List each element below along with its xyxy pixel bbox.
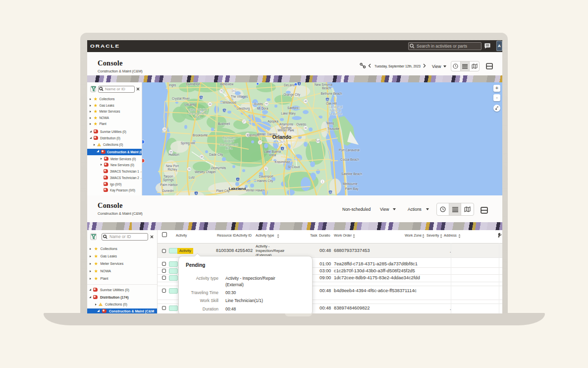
svg-text:Bethune Beach: Bethune Beach <box>321 92 342 95</box>
svg-text:Belleview: Belleview <box>220 82 234 86</box>
svg-text:98: 98 <box>200 156 203 158</box>
svg-text:Hudson: Hudson <box>168 153 179 156</box>
svg-text:Haines City: Haines City <box>257 179 273 183</box>
svg-text:Lecanto: Lecanto <box>185 103 196 106</box>
svg-text:St Cloud: St Cloud <box>288 165 300 169</box>
svg-text:417: 417 <box>280 141 284 143</box>
svg-text:44: 44 <box>265 103 268 105</box>
svg-text:Lake Buena: Lake Buena <box>264 150 281 153</box>
svg-text:Kissimmee: Kissimmee <box>275 160 290 164</box>
svg-text:DeLand: DeLand <box>284 83 295 87</box>
svg-text:Cocoa Beach: Cocoa Beach <box>340 158 359 161</box>
svg-text:Brooksville: Brooksville <box>193 133 208 137</box>
svg-text:Eustis: Eustis <box>254 102 263 106</box>
svg-text:Wildwood: Wildwood <box>222 101 236 104</box>
svg-text:Mims: Mims <box>326 122 334 125</box>
svg-text:Zephyrhills: Zephyrhills <box>211 166 226 170</box>
svg-text:46: 46 <box>304 100 307 103</box>
svg-text:Wildlife: Wildlife <box>224 139 234 143</box>
svg-text:Spring Hill: Spring Hill <box>181 141 195 145</box>
svg-text:Beach: Beach <box>322 86 331 90</box>
svg-text:301: 301 <box>232 90 236 92</box>
svg-text:Leesburg: Leesburg <box>237 107 250 111</box>
svg-text:Springs: Springs <box>163 178 173 182</box>
svg-text:Palm Harbor: Palm Harbor <box>160 183 177 186</box>
svg-text:Titusville: Titusville <box>327 127 340 130</box>
svg-text:Area: Area <box>225 146 232 150</box>
svg-text:39: 39 <box>188 168 191 171</box>
svg-text:44: 44 <box>209 103 212 106</box>
svg-text:Springs: Springs <box>281 126 291 130</box>
svg-text:Area: Area <box>194 115 201 119</box>
svg-text:Wesley Chapel: Wesley Chapel <box>195 170 215 174</box>
svg-text:Richey: Richey <box>167 168 177 172</box>
svg-text:Sanford: Sanford <box>287 106 299 110</box>
svg-text:27: 27 <box>243 121 246 123</box>
svg-text:Dade City: Dade City <box>209 153 223 157</box>
svg-text:Winter Haven: Winter Haven <box>246 188 265 192</box>
svg-text:17: 17 <box>259 141 262 144</box>
svg-text:Dunedin: Dunedin <box>162 189 174 192</box>
svg-text:Inglis: Inglis <box>169 83 176 87</box>
svg-text:Crystal River: Crystal River <box>172 97 190 101</box>
svg-text:Oak Hill: Oak Hill <box>326 102 337 105</box>
svg-text:Canaveral: Canaveral <box>328 105 343 109</box>
svg-text:Lakeland: Lakeland <box>229 186 246 191</box>
svg-text:95: 95 <box>326 99 329 101</box>
svg-text:75: 75 <box>223 110 226 112</box>
svg-text:19: 19 <box>163 128 166 131</box>
svg-text:Oviedo: Oviedo <box>296 123 306 126</box>
svg-text:National: National <box>329 109 341 112</box>
svg-text:Vista: Vista <box>269 153 276 157</box>
svg-text:528: 528 <box>316 140 320 142</box>
svg-text:Mt Dora: Mt Dora <box>257 107 268 110</box>
svg-text:75: 75 <box>200 97 203 99</box>
svg-text:New Port: New Port <box>166 164 179 168</box>
svg-text:Apopka: Apopka <box>267 120 278 123</box>
svg-text:Palm Bay: Palm Bay <box>345 187 359 191</box>
svg-text:Satellite Beach: Satellite Beach <box>341 172 363 176</box>
svg-text:Orlando: Orlando <box>272 134 291 140</box>
svg-text:Dunnellon: Dunnellon <box>186 82 201 86</box>
svg-text:Citrus Wildlife: Citrus Wildlife <box>188 108 208 112</box>
svg-text:Lake Mary: Lake Mary <box>281 112 296 116</box>
svg-text:Melbourne: Melbourne <box>343 182 358 185</box>
svg-text:46: 46 <box>304 127 307 129</box>
svg-text:Lutz: Lutz <box>189 176 195 179</box>
svg-text:75: 75 <box>220 90 223 93</box>
svg-text:Richloam: Richloam <box>222 136 235 139</box>
svg-text:Bushnell: Bushnell <box>218 122 230 125</box>
svg-text:Davenport: Davenport <box>259 175 273 179</box>
svg-text:Seashore: Seashore <box>329 112 342 116</box>
svg-text:Altamonte: Altamonte <box>279 123 294 126</box>
svg-text:92: 92 <box>265 168 267 170</box>
svg-text:Plant City: Plant City <box>216 189 230 193</box>
svg-text:The Villages: The Villages <box>231 95 248 99</box>
svg-text:Orange City: Orange City <box>283 93 300 97</box>
svg-text:Port Canaveral: Port Canaveral <box>339 148 360 152</box>
svg-text:95: 95 <box>329 191 332 194</box>
